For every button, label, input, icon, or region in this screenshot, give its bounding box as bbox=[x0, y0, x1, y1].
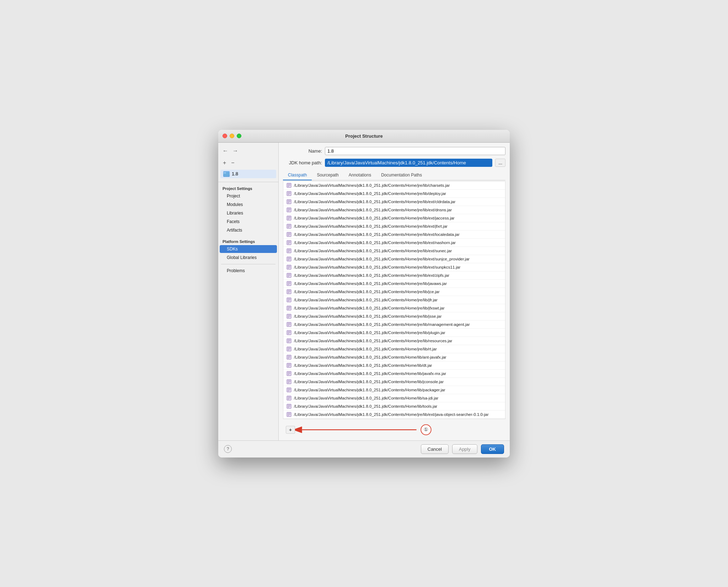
jar-path-label: /Library/Java/JavaVirtualMachines/jdk1.8… bbox=[294, 330, 445, 335]
cancel-button[interactable]: Cancel bbox=[421, 444, 449, 454]
tab-documentation-paths[interactable]: Documentation Paths bbox=[376, 170, 427, 180]
jar-list-item[interactable]: /Library/Java/JavaVirtualMachines/jdk1.8… bbox=[283, 231, 505, 239]
jar-path-label: /Library/Java/JavaVirtualMachines/jdk1.8… bbox=[294, 306, 445, 310]
back-button[interactable]: ← bbox=[221, 147, 230, 155]
jar-path-label: /Library/Java/JavaVirtualMachines/jdk1.8… bbox=[294, 355, 446, 359]
tab-annotations[interactable]: Annotations bbox=[344, 170, 376, 180]
svg-rect-55 bbox=[288, 290, 290, 291]
sidebar-item-project[interactable]: Project bbox=[220, 192, 277, 200]
jar-list-item[interactable]: /Library/Java/JavaVirtualMachines/jdk1.8… bbox=[283, 353, 505, 361]
jar-list-item[interactable]: /Library/Java/JavaVirtualMachines/jdk1.8… bbox=[283, 263, 505, 271]
jar-path-label: /Library/Java/JavaVirtualMachines/jdk1.8… bbox=[294, 240, 456, 245]
jar-list-item[interactable]: /Library/Java/JavaVirtualMachines/jdk1.8… bbox=[283, 255, 505, 263]
sidebar: ← → + − 1.8 bbox=[218, 143, 279, 440]
forward-button[interactable]: → bbox=[231, 147, 240, 155]
jar-list-item[interactable]: /Library/Java/JavaVirtualMachines/jdk1.8… bbox=[283, 304, 505, 312]
jar-icon bbox=[286, 183, 292, 188]
jar-list-item[interactable]: /Library/Java/JavaVirtualMachines/jdk1.8… bbox=[283, 394, 505, 402]
jar-list-item[interactable]: /Library/Java/JavaVirtualMachines/jdk1.8… bbox=[283, 280, 505, 288]
sidebar-item-modules[interactable]: Modules bbox=[220, 201, 277, 208]
svg-rect-48 bbox=[288, 275, 290, 276]
svg-rect-45 bbox=[288, 268, 289, 269]
svg-rect-19 bbox=[288, 217, 290, 217]
sidebar-item-sdks[interactable]: SDKs bbox=[220, 245, 277, 253]
jar-list-item[interactable]: /Library/Java/JavaVirtualMachines/jdk1.8… bbox=[283, 312, 505, 321]
name-input[interactable] bbox=[325, 147, 505, 155]
jar-list-item[interactable]: /Library/Java/JavaVirtualMachines/jdk1.8… bbox=[283, 337, 505, 345]
sdk-item-label: 1.8 bbox=[232, 171, 238, 176]
ok-button[interactable]: OK bbox=[481, 444, 504, 454]
jar-icon bbox=[286, 248, 292, 254]
jar-list-item[interactable]: /Library/Java/JavaVirtualMachines/jdk1.8… bbox=[283, 370, 505, 378]
tab-classpath[interactable]: Classpath bbox=[283, 170, 312, 180]
jar-path-label: /Library/Java/JavaVirtualMachines/jdk1.8… bbox=[294, 339, 452, 343]
jar-list-item[interactable]: /Library/Java/JavaVirtualMachines/jdk1.8… bbox=[283, 296, 505, 304]
jar-list-item[interactable]: /Library/Java/JavaVirtualMachines/jdk1.8… bbox=[283, 361, 505, 370]
jdk-path-input[interactable] bbox=[325, 159, 492, 167]
apply-button[interactable]: Apply bbox=[452, 444, 477, 454]
jar-list-item[interactable]: /Library/Java/JavaVirtualMachines/jdk1.8… bbox=[283, 190, 505, 198]
jar-list-item[interactable]: /Library/Java/JavaVirtualMachines/jdk1.8… bbox=[283, 271, 505, 280]
jar-list[interactable]: /Library/Java/JavaVirtualMachines/jdk1.8… bbox=[283, 181, 505, 419]
svg-rect-60 bbox=[288, 300, 290, 300]
sidebar-item-facets[interactable]: Facets bbox=[220, 218, 277, 226]
sidebar-item-artifacts[interactable]: Artifacts bbox=[220, 226, 277, 234]
jar-list-item[interactable]: /Library/Java/JavaVirtualMachines/jdk1.8… bbox=[283, 411, 505, 419]
svg-rect-43 bbox=[288, 266, 290, 266]
minimize-button[interactable] bbox=[230, 134, 234, 138]
svg-rect-20 bbox=[288, 218, 290, 218]
jar-list-item[interactable]: /Library/Java/JavaVirtualMachines/jdk1.8… bbox=[283, 206, 505, 214]
svg-rect-7 bbox=[288, 192, 290, 193]
jar-list-item[interactable]: /Library/Java/JavaVirtualMachines/jdk1.8… bbox=[283, 386, 505, 394]
bottom-toolbar-area: + ① bbox=[283, 419, 505, 440]
add-sdk-button[interactable]: + bbox=[221, 159, 228, 167]
jar-list-item[interactable]: /Library/Java/JavaVirtualMachines/jdk1.8… bbox=[283, 214, 505, 222]
svg-rect-64 bbox=[288, 308, 290, 308]
svg-rect-116 bbox=[288, 414, 290, 415]
svg-rect-59 bbox=[288, 298, 290, 299]
jar-list-item[interactable]: /Library/Java/JavaVirtualMachines/jdk1.8… bbox=[283, 378, 505, 386]
svg-rect-81 bbox=[288, 342, 289, 342]
tabs-row: Classpath Sourcepath Annotations Documen… bbox=[283, 170, 505, 180]
jar-icon bbox=[286, 403, 292, 409]
tab-sourcepath[interactable]: Sourcepath bbox=[312, 170, 343, 180]
jar-icon bbox=[286, 338, 292, 344]
help-button[interactable]: ? bbox=[224, 445, 232, 453]
jar-list-item[interactable]: /Library/Java/JavaVirtualMachines/jdk1.8… bbox=[283, 329, 505, 337]
name-row: Name: bbox=[283, 147, 505, 155]
svg-rect-92 bbox=[288, 365, 290, 366]
jar-path-label: /Library/Java/JavaVirtualMachines/jdk1.8… bbox=[294, 249, 452, 253]
sidebar-item-global-libraries[interactable]: Global Libraries bbox=[220, 254, 277, 261]
jar-icon bbox=[286, 395, 292, 401]
svg-rect-85 bbox=[288, 350, 289, 350]
browse-button[interactable]: ... bbox=[495, 159, 505, 167]
remove-sdk-button[interactable]: − bbox=[229, 159, 236, 167]
svg-rect-3 bbox=[288, 184, 290, 185]
svg-rect-4 bbox=[288, 185, 290, 186]
jar-list-item[interactable]: /Library/Java/JavaVirtualMachines/jdk1.8… bbox=[283, 247, 505, 255]
jar-icon bbox=[286, 207, 292, 213]
svg-rect-115 bbox=[288, 413, 290, 414]
jar-list-item[interactable]: /Library/Java/JavaVirtualMachines/jdk1.8… bbox=[283, 181, 505, 190]
jar-list-item[interactable]: /Library/Java/JavaVirtualMachines/jdk1.8… bbox=[283, 239, 505, 247]
maximize-button[interactable] bbox=[237, 134, 241, 138]
jar-list-item[interactable]: /Library/Java/JavaVirtualMachines/jdk1.8… bbox=[283, 198, 505, 206]
jar-list-item[interactable]: /Library/Java/JavaVirtualMachines/jdk1.8… bbox=[283, 402, 505, 411]
jar-path-label: /Library/Java/JavaVirtualMachines/jdk1.8… bbox=[294, 396, 438, 400]
platform-settings-title: Platform Settings bbox=[218, 237, 278, 245]
add-jar-button[interactable]: + bbox=[286, 426, 295, 434]
svg-rect-36 bbox=[288, 250, 290, 251]
jar-list-item[interactable]: /Library/Java/JavaVirtualMachines/jdk1.8… bbox=[283, 222, 505, 231]
jar-icon bbox=[286, 322, 292, 327]
jar-list-item[interactable]: /Library/Java/JavaVirtualMachines/jdk1.8… bbox=[283, 321, 505, 329]
jar-list-item[interactable]: /Library/Java/JavaVirtualMachines/jdk1.8… bbox=[283, 345, 505, 353]
title-bar: Project Structure bbox=[218, 130, 510, 143]
sidebar-item-problems[interactable]: Problems bbox=[220, 267, 277, 275]
sdk-item[interactable]: 1.8 bbox=[220, 170, 276, 178]
svg-rect-65 bbox=[288, 309, 289, 310]
jar-list-item[interactable]: /Library/Java/JavaVirtualMachines/jdk1.8… bbox=[283, 288, 505, 296]
close-button[interactable] bbox=[223, 134, 227, 138]
sidebar-item-libraries[interactable]: Libraries bbox=[220, 209, 277, 217]
svg-rect-47 bbox=[288, 274, 290, 275]
svg-rect-24 bbox=[288, 226, 290, 227]
